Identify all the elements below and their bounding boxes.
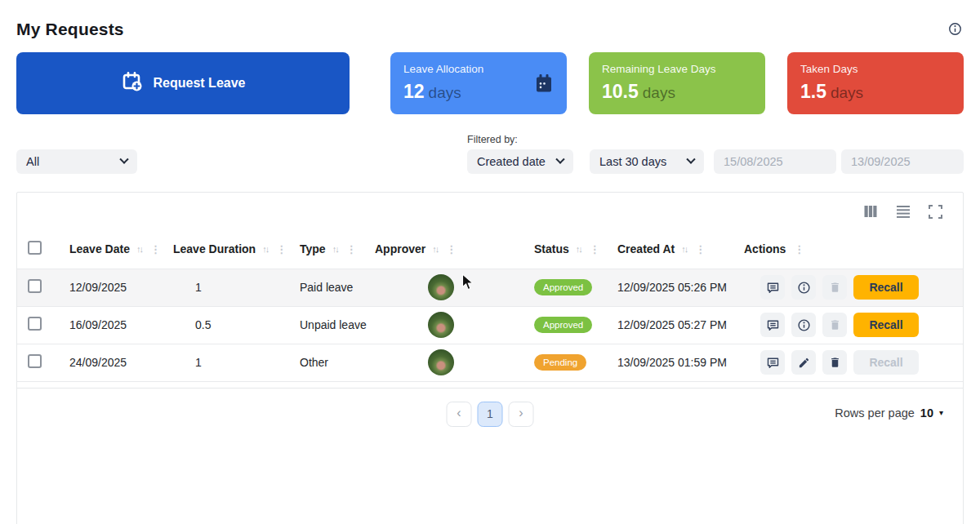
sort-icon[interactable]: ↑↓ (262, 244, 268, 254)
leave-date-cell: 12/09/2025 (69, 269, 173, 306)
fullscreen-icon[interactable] (926, 202, 945, 221)
table-row: 24/09/2025 1 Other Pending 13/09/2025 01… (17, 344, 963, 381)
column-menu-icon[interactable]: ⋮ (794, 243, 804, 255)
stat-value: 12 (403, 81, 425, 102)
leave-date-cell: 16/09/2025 (69, 306, 173, 344)
columns-icon[interactable] (861, 202, 880, 221)
table-toolbar (17, 193, 963, 230)
created-at-cell: 12/09/2025 05:26 PM (617, 269, 744, 306)
sort-icon[interactable]: ↑↓ (136, 244, 142, 254)
date-from-input[interactable]: 15/08/2025 (714, 149, 836, 174)
status-badge: Approved (534, 279, 592, 295)
type-filter-value: All (26, 155, 39, 168)
type-filter-select[interactable]: All (16, 149, 137, 174)
stat-label: Leave Allocation (403, 63, 554, 75)
column-header-status[interactable]: Status (534, 242, 569, 255)
comment-button[interactable] (760, 313, 785, 337)
chevron-down-icon (686, 155, 695, 164)
rows-per-page-value: 10 (920, 406, 933, 420)
comment-button[interactable] (760, 275, 785, 300)
filter-field-value: Created date (477, 155, 546, 168)
column-menu-icon[interactable]: ⋮ (150, 243, 161, 255)
info-button[interactable] (791, 275, 816, 300)
type-cell: Paid leave (300, 269, 375, 306)
sort-icon[interactable]: ↑↓ (576, 244, 581, 254)
approver-avatar[interactable] (428, 349, 454, 375)
type-cell: Unpaid leave (300, 306, 375, 344)
column-menu-icon[interactable]: ⋮ (590, 243, 600, 255)
leave-duration-cell: 0.5 (173, 306, 300, 344)
select-all-checkbox[interactable] (28, 241, 42, 255)
column-header-leave-date[interactable]: Leave Date (69, 242, 130, 255)
stat-label: Remaining Leave Days (602, 63, 752, 75)
chevron-down-icon (119, 155, 128, 164)
info-button[interactable] (791, 313, 816, 337)
page-header: My Requests (16, 20, 964, 39)
stat-unit: days (831, 84, 863, 101)
stats-row: Request Leave Leave Allocation 12days R (16, 52, 964, 114)
page-info-icon[interactable] (948, 22, 962, 39)
status-badge: Approved (534, 317, 592, 333)
approver-avatar[interactable] (428, 312, 454, 338)
stat-unit: days (429, 84, 461, 101)
calendar-icon (534, 73, 554, 97)
row-checkbox[interactable] (28, 354, 42, 368)
table-row: 16/09/2025 0.5 Unpaid leave Approved 12/… (17, 306, 963, 344)
column-menu-icon[interactable]: ⋮ (695, 243, 706, 255)
recall-button: Recall (853, 350, 919, 375)
request-leave-button[interactable]: Request Leave (16, 52, 350, 114)
pagination: ‹ 1 › (447, 402, 534, 427)
table-footer: ‹ 1 › Rows per page 10 ▾ (17, 389, 963, 439)
date-range-select[interactable]: Last 30 days (590, 149, 704, 174)
stat-card-remaining-days: Remaining Leave Days 10.5days (589, 52, 765, 114)
approver-avatar[interactable] (428, 274, 454, 300)
requests-table: Leave Date↑↓⋮ Leave Duration↑↓⋮ Type↑↓⋮ … (17, 230, 963, 382)
stat-value: 10.5 (602, 81, 639, 102)
prev-page-button[interactable]: ‹ (447, 402, 472, 427)
request-leave-label: Request Leave (154, 76, 246, 91)
sort-icon[interactable]: ↑↓ (681, 244, 687, 254)
sort-icon[interactable]: ↑↓ (332, 244, 338, 254)
created-at-cell: 13/09/2025 01:59 PM (617, 344, 744, 381)
filter-field-select[interactable]: Created date (467, 149, 573, 174)
column-header-approver[interactable]: Approver (375, 242, 425, 255)
my-requests-page: My Requests Request Leave (0, 0, 980, 524)
column-header-leave-duration[interactable]: Leave Duration (173, 242, 256, 255)
column-header-type[interactable]: Type (300, 242, 326, 255)
page-1-button[interactable]: 1 (478, 402, 503, 427)
table-row: 12/09/2025 1 Paid leave Approved 12/09/2… (17, 269, 963, 306)
leave-duration-cell: 1 (173, 344, 300, 381)
edit-button[interactable] (791, 350, 816, 375)
recall-button[interactable]: Recall (853, 313, 919, 337)
comment-button[interactable] (760, 350, 785, 375)
column-menu-icon[interactable]: ⋮ (346, 243, 357, 255)
row-checkbox[interactable] (28, 279, 42, 293)
rows-per-page-label: Rows per page (835, 406, 915, 420)
chevron-down-icon (555, 155, 564, 164)
row-checkbox[interactable] (28, 317, 42, 331)
filter-row: All Filtered by: Created date Last 30 da… (16, 134, 964, 174)
calendar-plus-icon (121, 70, 144, 96)
stat-card-leave-allocation: Leave Allocation 12days (390, 52, 567, 114)
type-cell: Other (300, 344, 375, 381)
delete-button[interactable] (822, 350, 847, 375)
next-page-button[interactable]: › (509, 402, 534, 427)
stat-cards: Leave Allocation 12days Remaining Leave … (390, 52, 964, 114)
column-menu-icon[interactable]: ⋮ (446, 243, 457, 255)
date-to-input[interactable]: 13/09/2025 (841, 149, 964, 174)
delete-button (822, 313, 847, 337)
created-at-cell: 12/09/2025 05:27 PM (617, 306, 744, 344)
table-header-row: Leave Date↑↓⋮ Leave Duration↑↓⋮ Type↑↓⋮ … (17, 230, 963, 269)
sort-icon[interactable]: ↑↓ (432, 244, 438, 254)
page-title: My Requests (16, 20, 124, 39)
stat-value: 1.5 (800, 81, 826, 102)
status-badge: Pending (534, 354, 586, 371)
column-header-created-at[interactable]: Created At (617, 242, 675, 255)
column-menu-icon[interactable]: ⋮ (276, 243, 287, 255)
leave-duration-cell: 1 (173, 269, 300, 306)
row-density-icon[interactable] (893, 202, 914, 221)
recall-button[interactable]: Recall (853, 275, 919, 300)
rows-per-page-select[interactable]: Rows per page 10 ▾ (835, 406, 943, 420)
column-header-actions: Actions (744, 242, 786, 255)
requests-table-card: Leave Date↑↓⋮ Leave Duration↑↓⋮ Type↑↓⋮ … (16, 192, 964, 524)
